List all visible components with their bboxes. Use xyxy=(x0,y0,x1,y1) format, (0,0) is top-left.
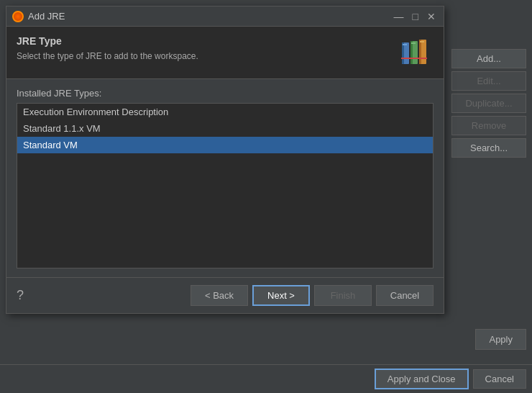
bottom-cancel-button[interactable]: Cancel xyxy=(473,369,526,389)
apply-and-close-button[interactable]: Apply and Close xyxy=(375,369,469,389)
title-controls: — □ ✕ xyxy=(392,11,438,22)
apply-btn-area: Apply xyxy=(475,329,526,350)
installed-label: Installed JRE Types: xyxy=(17,88,434,99)
help-icon[interactable]: ? xyxy=(17,288,24,303)
add-jre-dialog: Add JRE — □ ✕ JRE Type Select the type o… xyxy=(6,6,444,314)
close-icon[interactable]: ✕ xyxy=(425,11,438,22)
finish-button[interactable]: Finish xyxy=(314,285,372,306)
dialog-body: Installed JRE Types: Execution Environme… xyxy=(6,79,444,277)
bottom-bar: Apply and Close Cancel xyxy=(0,364,532,393)
minimize-button[interactable]: — xyxy=(392,11,406,22)
books-icon xyxy=(399,35,434,70)
title-bar: Add JRE — □ ✕ xyxy=(6,6,444,27)
next-button[interactable]: Next > xyxy=(252,285,310,306)
svg-rect-1 xyxy=(402,42,404,64)
edit-button[interactable]: Edit... xyxy=(451,71,526,91)
back-button[interactable]: < Back xyxy=(191,285,248,306)
header-description: Select the type of JRE to add to the wor… xyxy=(17,51,198,61)
remove-button[interactable]: Remove xyxy=(451,116,526,135)
svg-rect-7 xyxy=(419,40,421,64)
duplicate-button[interactable]: Duplicate... xyxy=(451,94,526,113)
svg-rect-4 xyxy=(411,41,413,64)
jre-types-list[interactable]: Execution Environment Description Standa… xyxy=(17,103,434,268)
svg-rect-5 xyxy=(411,42,416,44)
svg-rect-2 xyxy=(403,44,407,45)
dialog-icon xyxy=(12,11,24,22)
list-item[interactable]: Standard 1.1.x VM xyxy=(17,120,433,137)
dialog-header: JRE Type Select the type of JRE to add t… xyxy=(6,27,444,79)
add-button[interactable]: Add... xyxy=(451,49,526,68)
apply-button[interactable]: Apply xyxy=(475,329,526,350)
list-item[interactable]: Execution Environment Description xyxy=(17,104,433,120)
footer-buttons: < Back Next > Finish Cancel xyxy=(191,285,434,306)
right-panel: Add... Edit... Duplicate... Remove Searc… xyxy=(446,43,532,163)
header-heading: JRE Type xyxy=(17,35,198,47)
maximize-button[interactable]: □ xyxy=(411,11,421,22)
title-bar-left: Add JRE xyxy=(12,11,65,22)
dialog-header-text: JRE Type Select the type of JRE to add t… xyxy=(17,35,198,61)
dialog-title: Add JRE xyxy=(28,11,65,22)
cancel-button[interactable]: Cancel xyxy=(376,285,434,306)
list-item-selected[interactable]: Standard VM xyxy=(17,137,433,153)
dialog-footer: ? < Back Next > Finish Cancel xyxy=(6,277,444,313)
svg-rect-8 xyxy=(420,41,424,42)
search-button[interactable]: Search... xyxy=(451,138,526,158)
